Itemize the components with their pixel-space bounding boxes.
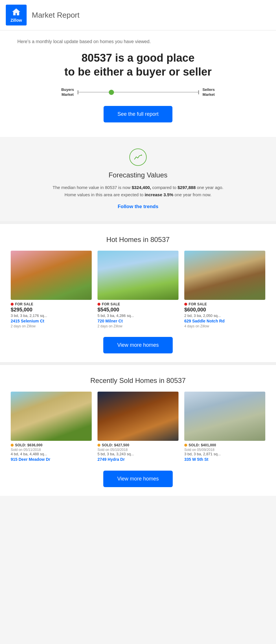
sold-home-card-1: SOLD: $636,000 Sold on 05/11/2018 4 bd, … — [11, 392, 92, 462]
for-sale-dot-2 — [97, 303, 100, 306]
zillow-logo-text: Zillow — [10, 18, 22, 23]
hot-home-card-2: FOR SALE $545,000 5 bd, 3 ba, 4,286 sq..… — [97, 251, 179, 328]
home-status-3: FOR SALE — [184, 302, 265, 306]
sold-status-text-3: SOLD: $401,000 — [189, 443, 216, 447]
slider-track — [78, 92, 199, 93]
home-details-1: 3 bd, 3 ba, 2,176 sq... — [11, 313, 92, 318]
slider-right-end — [198, 90, 199, 94]
for-sale-dot-3 — [184, 303, 187, 306]
header-title: Market Report — [32, 11, 80, 20]
sellers-market-label: SellersMarket — [203, 87, 215, 97]
sold-homes-title: Recently Sold Homes in 80537 — [9, 377, 267, 385]
sold-home-image-1 — [11, 392, 92, 441]
home-days-1: 2 days on Zillow — [11, 324, 92, 328]
sold-home-card-3: SOLD: $401,000 Sold on 05/09/2018 3 bd, … — [184, 392, 265, 462]
home-days-3: 4 days on Zillow — [184, 324, 265, 328]
home-image-3 — [184, 251, 265, 300]
slider-track-wrapper — [78, 92, 199, 93]
home-status-1: FOR SALE — [11, 302, 92, 306]
section-divider-1 — [0, 221, 276, 224]
zillow-logo-icon — [12, 8, 21, 17]
forecast-title: Forecasting Values — [23, 171, 253, 179]
sold-date-3: Sold on 05/09/2018 — [184, 448, 265, 452]
home-status-text-1: FOR SALE — [15, 302, 33, 306]
main-headline: 80537 is a good place to be either a buy… — [17, 51, 259, 79]
hot-homes-title: Hot Homes in 80537 — [9, 236, 267, 244]
home-image-2 — [97, 251, 179, 300]
home-price-2: $545,000 — [97, 307, 179, 313]
home-status-text-2: FOR SALE — [102, 302, 120, 306]
hot-homes-grid: FOR SALE $295,000 3 bd, 3 ba, 2,176 sq..… — [9, 251, 267, 328]
sold-homes-grid: SOLD: $636,000 Sold on 05/11/2018 4 bd, … — [9, 392, 267, 462]
sold-status-1: SOLD: $636,000 — [11, 443, 92, 447]
sold-status-text-2: SOLD: $427,500 — [102, 443, 129, 447]
cta-wrapper: See the full report — [17, 106, 259, 122]
home-address-2[interactable]: 720 Milner Ct — [97, 319, 123, 323]
sold-status-2: SOLD: $427,500 — [97, 443, 179, 447]
home-price-3: $600,000 — [184, 307, 265, 313]
sold-address-1[interactable]: 915 Deer Meadow Dr — [11, 457, 50, 462]
see-report-button[interactable]: See the full report — [104, 106, 172, 122]
email-header: Zillow Market Report — [0, 0, 276, 30]
intro-section: Here's a monthly local update based on h… — [0, 30, 276, 137]
home-image-1 — [11, 251, 92, 300]
hot-homes-section: Hot Homes in 80537 FOR SALE $295,000 3 b… — [0, 224, 276, 362]
sold-address-3[interactable]: 335 W 5th St — [184, 457, 208, 462]
slider-left-end — [78, 90, 78, 94]
hot-home-card-3: FOR SALE $600,000 2 bd, 3 ba, 2,050 sq..… — [184, 251, 265, 328]
for-sale-dot-1 — [11, 303, 14, 306]
forecast-icon-circle — [129, 148, 147, 166]
home-days-2: 2 days on Zillow — [97, 324, 179, 328]
zillow-logo: Zillow — [6, 5, 27, 25]
sold-status-text-1: SOLD: $636,000 — [15, 443, 43, 447]
sold-homes-view-more-wrapper: View more homes — [9, 471, 267, 487]
svg-point-0 — [141, 155, 142, 156]
buyers-market-label: BuyersMarket — [61, 87, 74, 97]
forecast-body: The median home value in 80537 is now $3… — [51, 184, 225, 199]
market-slider: BuyersMarket SellersMarket — [17, 87, 259, 97]
sold-date-1: Sold on 05/11/2018 — [11, 448, 92, 452]
slider-indicator-dot — [109, 90, 114, 95]
hot-homes-view-more-button[interactable]: View more homes — [103, 337, 173, 353]
home-details-3: 2 bd, 3 ba, 2,050 sq... — [184, 313, 265, 318]
sold-address-2[interactable]: 2749 Hydra Dr — [97, 457, 125, 462]
section-divider-2 — [0, 362, 276, 365]
sold-home-card-2: SOLD: $427,500 Sold on 05/10/2018 5 bd, … — [97, 392, 179, 462]
home-status-text-3: FOR SALE — [189, 302, 207, 306]
sold-homes-view-more-button[interactable]: View more homes — [103, 471, 173, 487]
intro-subtitle: Here's a monthly local update based on h… — [17, 39, 259, 44]
home-price-1: $295,000 — [11, 307, 92, 313]
forecast-section: Forecasting Values The median home value… — [0, 137, 276, 221]
home-address-3[interactable]: 629 Saddle Notch Rd — [184, 319, 225, 323]
home-address-1[interactable]: 2415 Selenium Ct — [11, 319, 44, 323]
sold-home-image-2 — [97, 392, 179, 441]
sold-home-image-3 — [184, 392, 265, 441]
sold-homes-section: Recently Sold Homes in 80537 SOLD: $636,… — [0, 365, 276, 496]
sold-dot-2 — [97, 444, 100, 447]
sold-status-3: SOLD: $401,000 — [184, 443, 265, 447]
hot-homes-view-more-wrapper: View more homes — [9, 337, 267, 353]
hot-home-card-1: FOR SALE $295,000 3 bd, 3 ba, 2,176 sq..… — [11, 251, 92, 328]
home-status-2: FOR SALE — [97, 302, 179, 306]
sold-dot-3 — [184, 444, 187, 447]
email-container: Zillow Market Report Here's a monthly lo… — [0, 0, 276, 496]
sold-details-1: 4 bd, 4 ba, 4,488 sq... — [11, 452, 92, 456]
home-details-2: 5 bd, 3 ba, 4,286 sq... — [97, 313, 179, 318]
sold-dot-1 — [11, 444, 14, 447]
follow-trends-link[interactable]: Follow the trends — [118, 204, 159, 209]
sold-date-2: Sold on 05/10/2018 — [97, 448, 179, 452]
trend-icon — [134, 154, 142, 160]
sold-details-2: 5 bd, 3 ba, 3,243 sq... — [97, 452, 179, 456]
sold-details-3: 3 bd, 3 ba, 2,871 sq... — [184, 452, 265, 456]
